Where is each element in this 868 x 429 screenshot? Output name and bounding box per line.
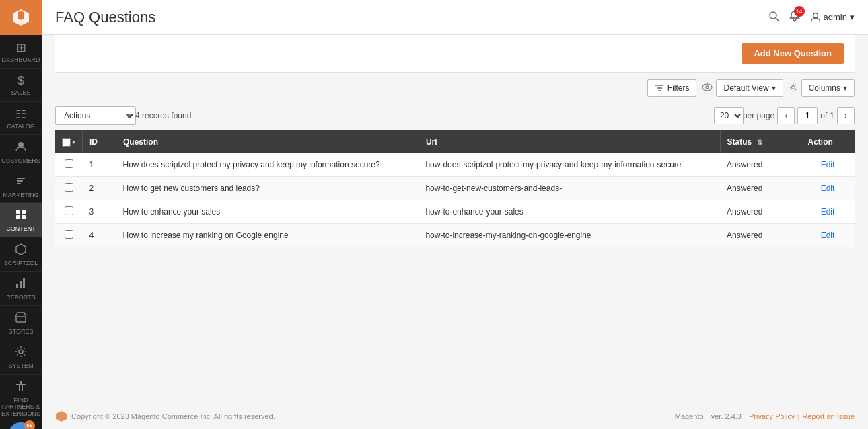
row-status: Answered: [720, 153, 801, 177]
pagination-prev-button[interactable]: ‹: [777, 107, 795, 124]
sidebar-item-marketing[interactable]: MARKETING: [0, 169, 42, 204]
row-checkbox-cell: [55, 224, 83, 247]
notifications-badge: 14: [794, 6, 805, 17]
default-view-button[interactable]: Default View ▾: [716, 79, 783, 97]
footer-version: ver. 2.4.3: [711, 412, 742, 420]
table-row: 1 How does scriptzol protect my privacy …: [55, 153, 855, 177]
filter-icon: [655, 83, 664, 93]
svg-rect-1: [17, 178, 25, 179]
actions-select[interactable]: Actions: [55, 106, 136, 125]
svg-marker-8: [16, 244, 26, 255]
user-icon: [810, 12, 821, 23]
svg-rect-12: [16, 317, 26, 322]
add-new-question-button[interactable]: Add New Question: [742, 43, 844, 64]
view-selector: Default View ▾: [702, 79, 783, 97]
sidebar-item-catalog[interactable]: ☷ CATALOG: [0, 102, 42, 135]
sidebar-item-customers[interactable]: CUSTOMERS: [0, 135, 42, 169]
sidebar-item-dashboard[interactable]: ⊞ DASHBOARD: [0, 35, 42, 69]
admin-menu-button[interactable]: admin ▾: [810, 12, 855, 23]
search-icon[interactable]: [768, 11, 779, 24]
row-question: How to enhance your sales: [116, 200, 419, 224]
edit-link-3[interactable]: Edit: [821, 231, 835, 240]
th-id-label: ID: [89, 137, 98, 147]
sidebar-item-stores[interactable]: STORES: [0, 306, 42, 340]
th-action-label: Action: [808, 137, 833, 147]
sidebar-item-label: SYSTEM: [8, 363, 33, 370]
pagination: 20 ▾ per page ‹ of 1 ›: [714, 107, 855, 124]
content-scroll: Add New Question Filters Default View ▾: [42, 35, 868, 403]
sidebar-item-label: CONTENT: [6, 226, 36, 233]
svg-rect-6: [16, 215, 20, 219]
eye-icon: [702, 83, 713, 93]
sidebar-logo[interactable]: [0, 0, 42, 35]
th-status[interactable]: Status ⇅: [720, 130, 801, 153]
notifications-button[interactable]: 14: [789, 10, 801, 24]
row-checkbox-1[interactable]: [65, 183, 73, 192]
pagination-next-button[interactable]: ›: [837, 107, 855, 124]
svg-point-0: [18, 142, 24, 147]
customers-icon: [15, 141, 27, 156]
th-status-label: Status: [727, 137, 752, 147]
row-url: how-does-scriptzol-protect-my-privacy-an…: [419, 153, 720, 177]
sales-icon: $: [17, 74, 24, 88]
select-all-checkbox[interactable]: [62, 138, 71, 147]
row-checkbox-3[interactable]: [65, 230, 73, 239]
row-checkbox-0[interactable]: [65, 159, 73, 168]
filter-toolbar: Filters Default View ▾ Columns ▾: [55, 73, 855, 102]
sidebar-item-extensions[interactable]: FIND PARTNERS & EXTENSIONS: [0, 375, 42, 422]
sidebar-item-label: MARKETING: [3, 192, 39, 199]
avatar[interactable]: 66 66: [9, 422, 33, 429]
sidebar-item-scriptzol[interactable]: SCRIPTZOL: [0, 237, 42, 272]
th-chevron-icon[interactable]: ▾: [72, 139, 75, 145]
page-title: FAQ Questions: [55, 9, 155, 26]
magento-logo-icon: [11, 8, 30, 27]
sidebar-bottom: 66 66: [0, 422, 42, 429]
row-id: 3: [83, 200, 116, 224]
svg-point-14: [770, 12, 776, 19]
records-toolbar: Actions ▾ 4 records found 20 ▾ per page …: [55, 102, 855, 130]
row-id: 2: [83, 177, 116, 200]
svg-rect-9: [16, 284, 18, 288]
sidebar-item-system[interactable]: SYSTEM: [0, 340, 42, 375]
columns-button[interactable]: Columns ▾: [801, 79, 855, 97]
page-of-label: of: [820, 111, 827, 120]
edit-link-0[interactable]: Edit: [821, 160, 835, 169]
report-issue-link[interactable]: Report an Issue: [802, 412, 855, 420]
footer-logo: Copyright © 2023 Magento Commerce Inc. A…: [55, 410, 275, 422]
per-page-wrapper: 20 ▾ per page: [714, 107, 774, 124]
status-sort-icon: ⇅: [757, 139, 762, 146]
edit-link-1[interactable]: Edit: [821, 184, 835, 193]
filters-button[interactable]: Filters: [647, 79, 697, 97]
sidebar-item-content[interactable]: CONTENT: [0, 203, 42, 237]
row-checkbox-cell: [55, 200, 83, 224]
svg-line-15: [776, 18, 779, 21]
footer-copyright: Copyright © 2023 Magento Commerce Inc. A…: [71, 412, 275, 420]
svg-rect-2: [17, 180, 23, 182]
current-page-input[interactable]: [797, 107, 818, 124]
extensions-icon: [15, 380, 27, 395]
sidebar-item-label: CUSTOMERS: [1, 158, 40, 165]
th-id[interactable]: ID: [83, 130, 116, 153]
sidebar-item-reports[interactable]: REPORTS: [0, 272, 42, 306]
per-page-select[interactable]: 20: [714, 107, 744, 124]
table-header-row: ▾ ID Question Url Status ⇅: [55, 130, 855, 153]
system-icon: [15, 346, 27, 361]
th-url[interactable]: Url: [419, 130, 720, 153]
sidebar-item-label: DASHBOARD: [2, 57, 40, 64]
privacy-policy-link[interactable]: Privacy Policy: [749, 412, 795, 420]
columns-chevron-icon: ▾: [843, 83, 847, 93]
sidebar-item-label: FIND PARTNERS & EXTENSIONS: [1, 397, 40, 418]
records-count: 4 records found: [135, 111, 191, 120]
th-question-label: Question: [123, 137, 158, 147]
svg-point-21: [706, 86, 709, 89]
row-action: Edit: [801, 153, 855, 177]
th-question[interactable]: Question: [116, 130, 419, 153]
row-checkbox-cell: [55, 153, 83, 177]
edit-link-2[interactable]: Edit: [821, 207, 835, 217]
admin-label: admin: [824, 12, 847, 22]
row-checkbox-2[interactable]: [65, 206, 73, 215]
marketing-icon: [15, 175, 27, 190]
sidebar-item-sales[interactable]: $ SALES: [0, 69, 42, 102]
row-action: Edit: [801, 224, 855, 247]
row-action: Edit: [801, 177, 855, 200]
